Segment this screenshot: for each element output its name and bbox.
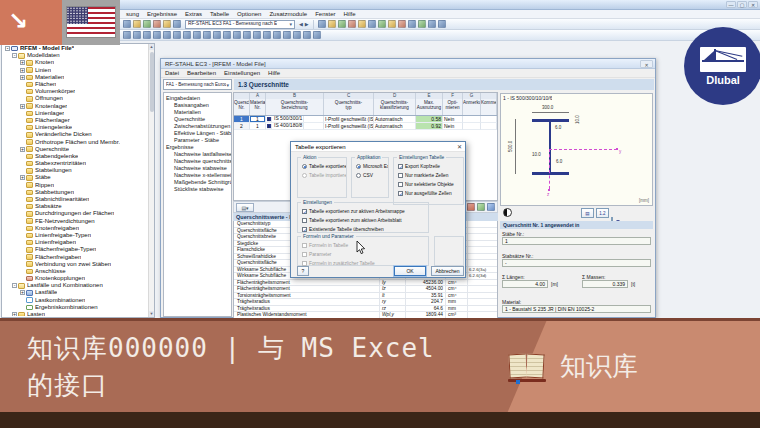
results-icon[interactable]: [243, 31, 251, 39]
tree-item[interactable]: Flächenfreigabe-Typen: [3, 246, 147, 253]
checkbox-option[interactable]: Tabelle exportieren zum aktiven Arbeitsb…: [298, 216, 428, 225]
tree-scrollbar[interactable]: ▲ ▼: [148, 44, 154, 317]
opening-icon[interactable]: [163, 31, 171, 39]
cancel-button[interactable]: Abbrechen: [431, 266, 464, 276]
view-mode-icon[interactable]: [487, 203, 495, 211]
tree-expander-icon[interactable]: -: [12, 283, 17, 288]
cell-material-nr[interactable]: 1: [250, 116, 266, 123]
radio-option[interactable]: Tabelle exportieren: [298, 162, 346, 171]
cell-optimize[interactable]: Nein: [443, 123, 463, 130]
render-icon[interactable]: [338, 20, 346, 28]
cell-section-nr[interactable]: 2: [234, 123, 250, 130]
open-icon[interactable]: [133, 20, 141, 28]
settings-icon[interactable]: [418, 20, 426, 28]
tree-item[interactable]: Linienfreigaben: [3, 239, 147, 246]
checkbox-icon[interactable]: [302, 218, 307, 223]
close-icon[interactable]: ✕: [640, 60, 653, 68]
select-icon[interactable]: [123, 31, 131, 39]
menu-item[interactable]: Tabelle: [210, 10, 229, 18]
tree-item[interactable]: + Linien: [3, 67, 147, 74]
new-icon[interactable]: [123, 20, 131, 28]
config-icon[interactable]: [313, 31, 321, 39]
radio-option[interactable]: CSV: [352, 171, 388, 180]
radio-icon[interactable]: [302, 164, 307, 169]
scroll-down-icon[interactable]: ▼: [149, 311, 154, 317]
tree-expander-icon[interactable]: [20, 161, 25, 166]
tree-item[interactable]: Stabendgelenke: [3, 153, 147, 160]
tree-expander-icon[interactable]: [20, 168, 25, 173]
back-icon[interactable]: [318, 20, 326, 28]
print-graphic-icon[interactable]: ▤: [581, 208, 594, 218]
mail-icon[interactable]: [378, 20, 386, 28]
nav-item[interactable]: Maßgebende Schnittgrößen sta: [164, 179, 231, 186]
menu-item[interactable]: sung: [126, 10, 139, 18]
undo-icon[interactable]: [173, 20, 181, 28]
layers-icon[interactable]: [428, 20, 436, 28]
tree-expander-icon[interactable]: [20, 305, 25, 310]
tree-expander-icon[interactable]: +: [20, 104, 25, 109]
copy-icon[interactable]: [163, 20, 171, 28]
members-field[interactable]: 1: [502, 237, 651, 245]
checkbox-icon[interactable]: [302, 227, 307, 232]
dimensions-icon[interactable]: 1.2: [596, 208, 609, 218]
tree-expander-icon[interactable]: [20, 233, 25, 238]
nav-item[interactable]: Nachweise lastfallweise: [164, 151, 231, 158]
cell-type[interactable]: I-Profil geschweißt (IS: [324, 123, 374, 130]
tree-item[interactable]: Stabnichtlinearitäten: [3, 196, 147, 203]
tree-item[interactable]: Knotenfreigaben: [3, 225, 147, 232]
tree-item[interactable]: FE-Netzverdichtungen: [3, 218, 147, 225]
print-icon[interactable]: [153, 20, 161, 28]
scroll-up-icon[interactable]: ▲: [149, 44, 154, 50]
radio-icon[interactable]: [302, 173, 307, 178]
cell-classification[interactable]: Automatisch: [374, 116, 416, 123]
menu-item[interactable]: Extras: [185, 10, 202, 18]
tree-expander-icon[interactable]: +: [20, 147, 25, 152]
stress-icon[interactable]: [273, 31, 281, 39]
tables-icon[interactable]: [398, 20, 406, 28]
tree-item[interactable]: + Materialien: [3, 74, 147, 81]
line-icon[interactable]: [143, 31, 151, 39]
checkbox-icon[interactable]: [398, 182, 403, 187]
help-button[interactable]: ?: [297, 266, 309, 276]
nav-item[interactable]: Effektive Längen - Stäbe: [164, 130, 231, 137]
select-members-icon[interactable]: [477, 203, 485, 211]
nav-item[interactable]: Zwischenabstützungen: [164, 123, 231, 130]
mesh-icon[interactable]: [223, 31, 231, 39]
tree-expander-icon[interactable]: [20, 247, 25, 252]
design-case-dropdown[interactable]: RF-STAHL EC3 FA1 - Bemessung nach E ▾: [185, 20, 295, 29]
back-icon[interactable]: ◀: [299, 20, 303, 28]
tree-item[interactable]: Stabbettungen: [3, 189, 147, 196]
tree-item[interactable]: Flächenfreigaben: [3, 253, 147, 260]
tree-expander-icon[interactable]: +: [20, 68, 25, 73]
table-row[interactable]: 1 1 IIS 500/300/1 I-Profil geschweißt (I…: [234, 116, 497, 123]
menu-item[interactable]: Einstellungen: [224, 69, 260, 77]
menu-item[interactable]: Ergebnisse: [147, 10, 177, 18]
move-icon[interactable]: [348, 20, 356, 28]
cell-classification[interactable]: Automatisch: [374, 123, 416, 130]
tree-item[interactable]: - Lastfälle und Kombinationen: [3, 282, 147, 289]
checkbox-icon[interactable]: [302, 243, 307, 248]
tree-item[interactable]: Linienlager: [3, 110, 147, 117]
tree-expander-icon[interactable]: -: [5, 46, 10, 51]
tree-expander-icon[interactable]: +: [20, 175, 25, 180]
tree-expander-icon[interactable]: [20, 154, 25, 159]
save-icon[interactable]: [143, 20, 151, 28]
tree-expander-icon[interactable]: [20, 197, 25, 202]
info-icon[interactable]: [503, 208, 512, 217]
cell-description[interactable]: IIS 500/300/1: [266, 116, 324, 123]
nav-item[interactable]: Stückliste stabweise: [164, 186, 231, 193]
nav-item[interactable]: Basisangaben: [164, 102, 231, 109]
tree-expander-icon[interactable]: [20, 219, 25, 224]
tree-item[interactable]: + Stäbe: [3, 174, 147, 181]
nav-item[interactable]: Materialien: [164, 109, 231, 116]
tree-expander-icon[interactable]: [20, 140, 25, 145]
close-icon[interactable]: ✕: [748, 1, 758, 8]
radio-icon[interactable]: [356, 173, 361, 178]
checkbox-icon[interactable]: [398, 191, 403, 196]
menu-item[interactable]: Optionen: [237, 10, 261, 18]
checkbox-option[interactable]: Nur ausgefüllte Zellen: [394, 189, 463, 198]
checkbox-option[interactable]: Existierende Tabelle überschreiben: [298, 225, 428, 234]
menu-item[interactable]: Bearbeiten: [187, 69, 216, 77]
tree-expander-icon[interactable]: [20, 183, 25, 188]
forward-icon[interactable]: [328, 20, 336, 28]
